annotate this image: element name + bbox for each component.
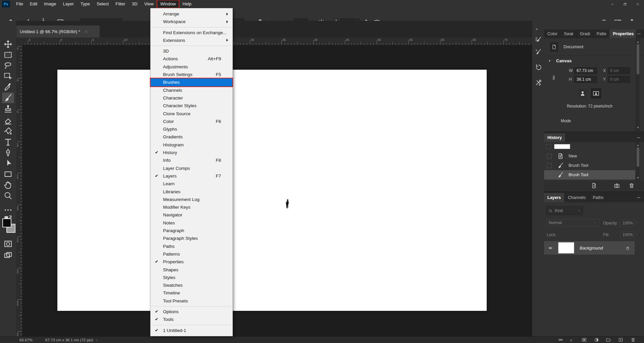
menu-item-clone-source[interactable]: Clone Source: [151, 110, 232, 118]
menu-item-layers[interactable]: ✔LayersF7: [151, 172, 232, 180]
snapshot-camera-icon[interactable]: [614, 183, 620, 189]
type-tool[interactable]: [3, 137, 13, 147]
blend-mode-select[interactable]: Normal: [546, 219, 600, 226]
brushes-panel-icon[interactable]: [535, 48, 542, 56]
minimize-button[interactable]: [606, 0, 619, 8]
orientation-portrait-button[interactable]: [577, 88, 588, 99]
link-icon[interactable]: [558, 337, 563, 342]
status-chevron-icon[interactable]: ›: [96, 338, 97, 342]
mask-icon[interactable]: [582, 337, 587, 342]
menu-item-modifier-keys[interactable]: Modifier Keys: [151, 203, 232, 211]
panel-menu-icon[interactable]: [636, 135, 641, 140]
layer-visibility-eye-icon[interactable]: [547, 246, 553, 250]
menu-item-layer-comps[interactable]: Layer Comps: [151, 164, 232, 172]
menu-item-workspace[interactable]: Workspace: [151, 18, 232, 25]
menu-item-character[interactable]: Character: [151, 94, 232, 102]
history-source-box[interactable]: [547, 154, 552, 159]
layer-row-background[interactable]: Background: [544, 241, 635, 255]
menu-item-arrange[interactable]: Arrange: [151, 10, 232, 18]
menu-item-history[interactable]: ✔History: [151, 149, 232, 156]
delete-state-icon[interactable]: [629, 183, 635, 189]
layer-opacity-field[interactable]: 100%: [620, 219, 635, 227]
menu-item-3d[interactable]: 3D: [151, 47, 232, 55]
eyedropper-tool[interactable]: [3, 82, 13, 92]
menubar-item-window[interactable]: Window: [157, 0, 179, 8]
fx-icon[interactable]: fx: [570, 337, 575, 342]
dock-collapse-icon[interactable]: «: [536, 27, 537, 31]
history-panel-icon[interactable]: [535, 64, 542, 71]
menubar-item-help[interactable]: Help: [179, 0, 195, 8]
properties-tab-properties[interactable]: Properties: [609, 29, 636, 38]
menu-item-paragraph-styles[interactable]: Paragraph Styles: [151, 234, 232, 242]
menubar-item-view[interactable]: View: [141, 0, 157, 8]
menu-item-notes[interactable]: Notes: [151, 219, 232, 227]
properties-tab-color[interactable]: Color: [544, 29, 560, 38]
tool-presets-icon[interactable]: [535, 79, 542, 86]
canvas-section-chevron[interactable]: ▾: [549, 59, 550, 63]
menu-item-patterns[interactable]: Patterns: [151, 250, 232, 258]
panel-menu-icon[interactable]: [636, 31, 641, 36]
menu-item-histogram[interactable]: Histogram: [151, 141, 232, 149]
menu-item-paths[interactable]: Paths: [151, 243, 232, 250]
adjustment-icon[interactable]: [594, 337, 599, 342]
menu-item-color[interactable]: ColorF6: [151, 118, 232, 125]
menu-item-properties[interactable]: ✔Properties: [151, 258, 232, 266]
plus-icon[interactable]: [618, 337, 623, 342]
properties-tab-gradi[interactable]: Gradi: [577, 29, 593, 38]
zoom-level[interactable]: 66.67%: [19, 338, 33, 342]
properties-scrollbar[interactable]: ▲ ▼: [636, 38, 640, 131]
menubar-item-3d[interactable]: 3D: [128, 0, 141, 8]
quick-mask-icon[interactable]: [3, 239, 13, 249]
move-tool[interactable]: [3, 40, 13, 49]
menu-item-brushes[interactable]: Brushes: [151, 78, 232, 86]
width-field[interactable]: 67.73 cm: [574, 67, 597, 74]
marquee-tool[interactable]: [3, 50, 13, 60]
left-ruler[interactable]: 50510152025303540: [16, 45, 22, 336]
brush-settings-icon[interactable]: [535, 36, 542, 43]
menu-item-options[interactable]: ✔Options: [151, 308, 232, 316]
menubar-item-filter[interactable]: Filter: [112, 0, 128, 8]
layers-tab-layers[interactable]: Layers: [544, 193, 565, 202]
menu-item-brush-settings[interactable]: Brush SettingsF5: [151, 71, 232, 78]
path-select-tool[interactable]: [3, 159, 13, 168]
hand-tool[interactable]: [3, 180, 13, 190]
menu-item-1-untitled-1[interactable]: ✔1 Untitled-1: [151, 327, 232, 334]
menubar-item-image[interactable]: Image: [41, 0, 59, 8]
menu-item-gradients[interactable]: Gradients: [151, 133, 232, 141]
menubar-item-edit[interactable]: Edit: [26, 0, 41, 8]
menu-item-shapes[interactable]: Shapes: [151, 266, 232, 274]
menu-item-learn[interactable]: Learn: [151, 180, 232, 188]
tab-close-icon[interactable]: [84, 30, 88, 33]
brush-tool[interactable]: [2, 92, 14, 103]
history-item[interactable]: New: [544, 151, 635, 161]
menu-item-styles[interactable]: Styles: [151, 274, 232, 281]
menu-item-adjustments[interactable]: Adjustments: [151, 63, 232, 71]
orientation-landscape-button[interactable]: [590, 88, 602, 99]
document-tab[interactable]: Untitled-1 @ 66.7% (RGB/8#) *: [16, 25, 100, 38]
history-source-box[interactable]: [547, 163, 552, 168]
object-select-tool[interactable]: [3, 72, 13, 81]
rectangle-tool[interactable]: [3, 169, 13, 179]
layer-thumbnail[interactable]: [558, 242, 574, 254]
menubar-item-select[interactable]: Select: [93, 0, 112, 8]
y-field[interactable]: 0 cm: [608, 76, 630, 83]
snapshot-thumbnail[interactable]: [554, 144, 570, 149]
menubar-item-file[interactable]: File: [13, 0, 26, 8]
lasso-tool[interactable]: [3, 61, 13, 70]
menu-item-paragraph[interactable]: Paragraph: [151, 227, 232, 234]
foreground-color-swatch[interactable]: [2, 218, 11, 227]
restore-button[interactable]: [619, 0, 631, 8]
eraser-tool[interactable]: [3, 116, 13, 125]
history-item[interactable]: Brush Tool: [544, 161, 635, 170]
menubar-item-layer[interactable]: Layer: [60, 0, 77, 8]
history-scrollbar[interactable]: ▲ ▼: [636, 142, 640, 181]
menu-item-timeline[interactable]: Timeline: [151, 289, 232, 297]
properties-tab-swat[interactable]: Swat: [560, 29, 576, 38]
panel-menu-icon[interactable]: [636, 195, 641, 200]
menu-item-libraries[interactable]: Libraries: [151, 188, 232, 196]
folder-icon[interactable]: [606, 337, 611, 342]
menu-item-channels[interactable]: Channels: [151, 86, 232, 94]
stamp-tool[interactable]: [3, 105, 13, 114]
menubar-item-type[interactable]: Type: [77, 0, 93, 8]
menu-item-find-extensions-on-exchange-[interactable]: Find Extensions on Exchange...: [151, 29, 232, 37]
